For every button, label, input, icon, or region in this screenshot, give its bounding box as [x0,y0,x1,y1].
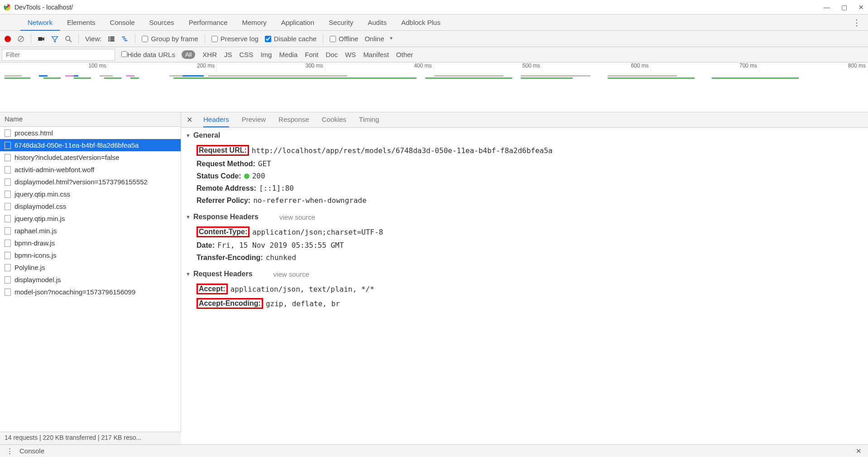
request-row[interactable]: displaymodel.css [0,200,181,212]
hide-data-urls-checkbox[interactable]: Hide data URLs [121,51,175,58]
request-row[interactable]: history?includeLatestVersion=false [0,151,181,164]
request-headers-section: ▼Request Headersview source Accept: appl… [186,270,863,311]
request-name: raphael.min.js [14,227,57,235]
tab-memory[interactable]: Memory [235,15,274,30]
tab-console[interactable]: Console [103,15,142,30]
file-icon [5,276,11,284]
svg-rect-10 [109,36,110,38]
throttle-dropdown[interactable]: Online [364,35,393,43]
file-icon [5,289,11,296]
detail-tab-preview[interactable]: Preview [242,112,266,127]
request-name: history?includeLatestVersion=false [14,154,119,161]
request-row[interactable]: bpmn-draw.js [0,237,181,249]
filter-icon[interactable] [51,35,58,43]
request-row[interactable]: 6748da3d-050e-11ea-b4bf-f8a2d6bfea5a [0,139,181,151]
request-row[interactable]: displaymodel.js [0,274,181,286]
filter-type-media[interactable]: Media [279,51,297,58]
timeline-tick: 200 ms [109,63,217,72]
request-row[interactable]: bpmn-icons.js [0,249,181,261]
accept-encoding-label: Accept-Encoding: [197,298,263,309]
filter-type-css[interactable]: CSS [240,51,254,58]
request-name: bpmn-draw.js [14,239,55,247]
request-row[interactable]: jquery.qtip.min.js [0,212,181,225]
request-row[interactable]: model-json?nocaching=1573796156099 [0,286,181,298]
svg-rect-18 [125,40,128,41]
timeline-tick: 500 ms [434,63,543,72]
request-name: jquery.qtip.min.js [14,215,65,222]
record-button[interactable] [5,36,11,42]
list-view-icon[interactable] [108,35,115,43]
svg-line-9 [69,40,72,42]
tab-security[interactable]: Security [321,15,360,30]
referrer-policy-label: Referrer Policy: [197,197,250,205]
offline-checkbox[interactable]: Offline [330,35,358,43]
filter-type-doc[interactable]: Doc [326,51,338,58]
kebab-menu-icon[interactable]: ⋮ [849,18,864,28]
tab-performance[interactable]: Performance [182,15,235,30]
file-icon [5,154,11,161]
search-icon[interactable] [65,35,72,43]
chrome-icon [4,4,11,11]
preserve-log-checkbox[interactable]: Preserve log [211,35,259,43]
request-row[interactable]: Polyline.js [0,261,181,274]
timeline-tick: 700 ms [651,63,760,72]
file-icon [5,178,11,186]
request-url-label: Request URL: [197,145,249,156]
filter-input[interactable] [2,49,115,61]
request-row[interactable]: activiti-admin-webfont.woff [0,164,181,176]
view-source-link[interactable]: view source [273,270,309,278]
clear-icon[interactable] [17,35,24,43]
filter-type-js[interactable]: JS [224,51,232,58]
group-by-frame-checkbox[interactable]: Group by frame [142,35,198,43]
filter-type-xhr[interactable]: XHR [202,51,217,58]
request-name: displaymodel.html?version=1573796155552 [14,178,148,186]
filter-type-font[interactable]: Font [305,51,318,58]
minimize-button[interactable]: — [824,4,830,10]
detail-tab-headers[interactable]: Headers [203,112,229,127]
request-row[interactable]: process.html [0,127,181,139]
svg-line-6 [19,37,23,41]
tab-audits[interactable]: Audits [360,15,394,30]
collapse-icon[interactable]: ▼ [186,214,191,220]
referrer-policy-value: no-referrer-when-downgrade [253,196,366,205]
timeline-tick: 400 ms [326,63,434,72]
view-source-link[interactable]: view source [279,213,315,221]
filter-type-img[interactable]: Img [260,51,272,58]
waterfall-view-icon[interactable] [121,35,129,43]
name-column-header[interactable]: Name [0,112,181,127]
request-row[interactable]: raphael.min.js [0,225,181,237]
close-detail-icon[interactable]: ✕ [187,115,192,124]
camera-icon[interactable] [38,35,45,43]
maximize-button[interactable]: ▢ [841,4,847,10]
remote-address-value: [::1]:80 [259,184,294,192]
tab-application[interactable]: Application [274,15,321,30]
collapse-icon[interactable]: ▼ [186,271,191,277]
disable-cache-checkbox[interactable]: Disable cache [265,35,317,43]
window-controls: — ▢ ✕ [824,4,864,10]
date-label: Date: [197,241,215,250]
request-row[interactable]: displaymodel.html?version=1573796155552 [0,176,181,188]
svg-point-8 [66,36,70,40]
tab-elements[interactable]: Elements [60,15,103,30]
filter-type-ws[interactable]: WS [345,51,356,58]
close-drawer-icon[interactable]: ✕ [856,447,862,455]
tab-adblock-plus[interactable]: Adblock Plus [394,15,448,30]
tab-sources[interactable]: Sources [142,15,182,30]
filter-type-manifest[interactable]: Manifest [363,51,389,58]
detail-tab-response[interactable]: Response [278,112,309,127]
request-row[interactable]: jquery.qtip.min.css [0,188,181,200]
network-toolbar: View: Group by frame Preserve log Disabl… [0,31,868,47]
console-drawer[interactable]: ⋮ Console ✕ [0,444,868,457]
close-button[interactable]: ✕ [858,4,864,10]
detail-tab-timing[interactable]: Timing [359,112,379,127]
request-name: activiti-admin-webfont.woff [14,166,94,173]
collapse-icon[interactable]: ▼ [186,133,191,138]
timeline[interactable]: 100 ms200 ms300 ms400 ms500 ms600 ms700 … [0,63,868,112]
filter-type-other[interactable]: Other [396,51,413,58]
tab-network[interactable]: Network [20,15,60,31]
filter-type-all[interactable]: All [182,50,195,59]
kebab-menu-icon[interactable]: ⋮ [6,447,13,455]
file-icon [5,264,11,271]
status-code-value: 200 [252,172,265,180]
detail-tab-cookies[interactable]: Cookies [322,112,346,127]
